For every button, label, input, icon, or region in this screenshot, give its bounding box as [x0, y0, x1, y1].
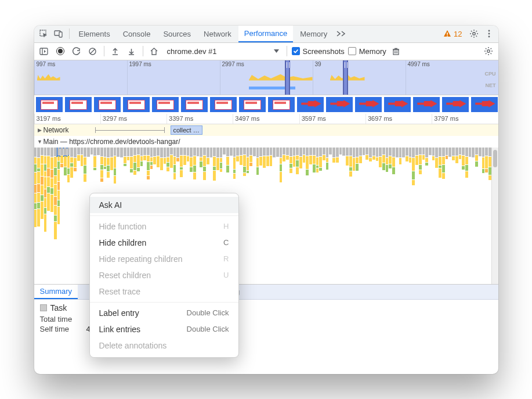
issues-count: 12: [454, 30, 462, 38]
svg-point-7: [488, 33, 490, 35]
collapse-arrow-icon: ▼: [37, 139, 44, 145]
filmstrip-thumb[interactable]: [354, 96, 382, 113]
overview-window-right-handle[interactable]: [343, 60, 348, 95]
svg-point-21: [487, 50, 489, 52]
issues-badge[interactable]: 12: [440, 30, 465, 38]
svg-point-5: [472, 33, 475, 35]
network-section-header[interactable]: ▶ Network collect …: [34, 124, 498, 136]
network-request-pill[interactable]: collect …: [171, 125, 202, 135]
filmstrip-thumb[interactable]: [180, 96, 208, 113]
overview-tick: 997 ms: [37, 61, 56, 67]
overview-tick: 2997 ms: [222, 61, 244, 67]
ruler-tick: 3697 ms: [368, 115, 392, 122]
overview-tick: 1997 ms: [129, 61, 151, 67]
record-button[interactable]: [54, 45, 67, 57]
ruler-tick: 3297 ms: [103, 115, 127, 122]
tab-sources[interactable]: Sources: [157, 26, 197, 43]
more-tabs-icon[interactable]: [334, 27, 348, 41]
svg-rect-2: [59, 32, 62, 37]
filmstrip-thumb[interactable]: [64, 96, 92, 113]
main-section-header[interactable]: ▼ Main — https://chrome.dev/devtools-han…: [34, 136, 498, 148]
tab-performance[interactable]: Performance: [238, 26, 293, 43]
filmstrip-thumb[interactable]: [325, 96, 353, 113]
svg-rect-4: [447, 35, 448, 37]
performance-toolbar: chrome.dev #1 Screenshots Memory: [34, 43, 498, 60]
memory-label: Memory: [359, 47, 386, 56]
ruler-tick: 3497 ms: [235, 115, 259, 122]
toggle-sidebar-icon[interactable]: [38, 45, 50, 57]
tab-summary[interactable]: Summary: [34, 284, 78, 299]
ruler-tick: 3797 ms: [434, 115, 458, 122]
filmstrip[interactable]: [34, 95, 498, 114]
filmstrip-thumb[interactable]: [35, 96, 63, 113]
filmstrip-thumb[interactable]: [122, 96, 150, 113]
ctx-hide-repeating-children: Hide repeating children R: [90, 251, 238, 267]
expand-arrow-icon: ▶: [37, 127, 44, 133]
filmstrip-thumb[interactable]: [412, 96, 440, 113]
flame-ruler[interactable]: 3197 ms 3297 ms 3397 ms 3497 ms 3597 ms …: [34, 114, 498, 124]
overview-tick: 4997 ms: [408, 61, 430, 67]
overview-net-label: NET: [486, 82, 496, 88]
filmstrip-thumb[interactable]: [209, 96, 237, 113]
overview-tick: 39: [315, 61, 321, 67]
ctx-ask-ai[interactable]: Ask AI: [90, 197, 238, 213]
filmstrip-thumb[interactable]: [471, 96, 498, 113]
filmstrip-thumb[interactable]: [383, 96, 411, 113]
memory-toggle[interactable]: Memory: [348, 47, 386, 56]
vertical-scrollbar[interactable]: [491, 148, 498, 284]
filmstrip-thumb[interactable]: [238, 96, 266, 113]
ctx-label-entry[interactable]: Label entry Double Click: [90, 305, 238, 321]
ruler-tick: 3597 ms: [302, 115, 326, 122]
scrollbar-thumb[interactable]: [493, 150, 497, 167]
network-bar: [95, 127, 165, 133]
ruler-tick: 3397 ms: [169, 115, 193, 122]
download-icon[interactable]: [125, 45, 138, 57]
ctx-hide-function: Hide function H: [90, 218, 238, 235]
main-section-label: Main — https://chrome.dev/devtools-hanga…: [44, 138, 180, 146]
device-toolbar-icon[interactable]: [52, 27, 66, 41]
tab-elements[interactable]: Elements: [73, 26, 116, 43]
overview-cpu-label: CPU: [484, 71, 495, 77]
ctx-delete-annotations: Delete annotations: [90, 337, 238, 354]
total-time-label: Total time: [40, 315, 82, 323]
svg-line-12: [91, 49, 95, 53]
timeline-overview[interactable]: 997 ms 1997 ms 2997 ms 39 4997 ms CPU NE…: [34, 60, 498, 95]
tab-memory[interactable]: Memory: [294, 26, 333, 43]
gc-icon[interactable]: [390, 45, 403, 57]
chevron-down-icon: [274, 49, 279, 53]
svg-point-6: [488, 30, 490, 32]
inspect-icon[interactable]: [37, 27, 50, 41]
recording-select-label: chrome.dev #1: [167, 47, 217, 56]
screenshots-toggle[interactable]: Screenshots: [292, 47, 345, 56]
summary-task-title: Task: [50, 303, 67, 312]
upload-icon[interactable]: [109, 45, 122, 57]
ctx-hide-children[interactable]: Hide children C: [90, 235, 238, 251]
checkbox-checked-icon: [292, 47, 300, 55]
kebab-menu-icon[interactable]: [482, 27, 496, 41]
svg-point-8: [488, 36, 490, 38]
ctx-link-entries[interactable]: Link entries Double Click: [90, 321, 238, 337]
filmstrip-thumb[interactable]: [296, 96, 324, 113]
tab-network[interactable]: Network: [198, 26, 237, 43]
capture-settings-icon[interactable]: [482, 45, 495, 57]
ctx-reset-children: Reset children U: [90, 267, 238, 283]
filmstrip-thumb[interactable]: [93, 96, 121, 113]
devtools-window: Elements Console Sources Network Perform…: [34, 26, 498, 374]
screenshots-label: Screenshots: [303, 47, 345, 56]
filmstrip-thumb[interactable]: [441, 96, 469, 113]
ctx-reset-trace: Reset trace: [90, 283, 238, 300]
filmstrip-thumb[interactable]: [267, 96, 295, 113]
network-section-label: Network: [44, 126, 69, 134]
devtools-tabbar: Elements Console Sources Network Perform…: [34, 26, 498, 43]
reload-record-icon[interactable]: [70, 45, 83, 57]
overview-window-left-handle[interactable]: [285, 60, 290, 95]
clear-icon[interactable]: [86, 45, 99, 57]
settings-icon[interactable]: [467, 27, 481, 41]
task-swatch: [40, 304, 47, 311]
checkbox-unchecked-icon: [348, 47, 356, 55]
filmstrip-thumb[interactable]: [151, 96, 179, 113]
tab-console[interactable]: Console: [117, 26, 157, 43]
recording-select[interactable]: chrome.dev #1: [164, 45, 282, 57]
context-menu: Ask AI Hide function H Hide children C H…: [89, 193, 239, 358]
home-icon[interactable]: [148, 45, 161, 57]
